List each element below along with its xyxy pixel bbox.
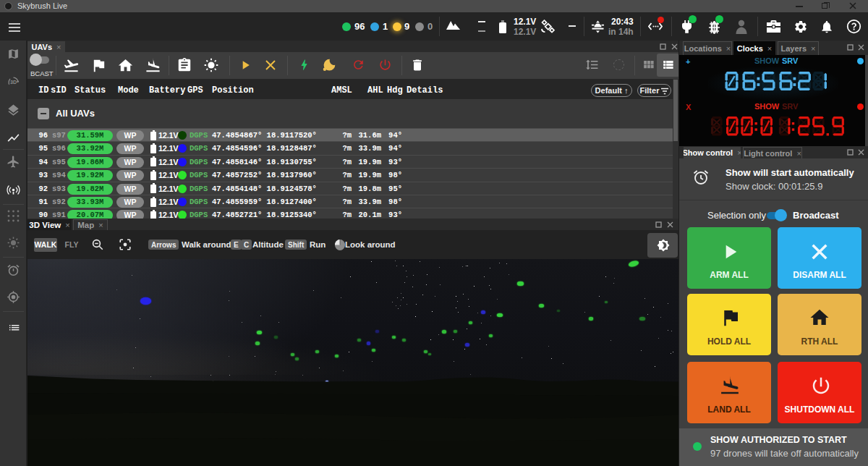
svg-text:3D: 3D	[10, 80, 17, 85]
